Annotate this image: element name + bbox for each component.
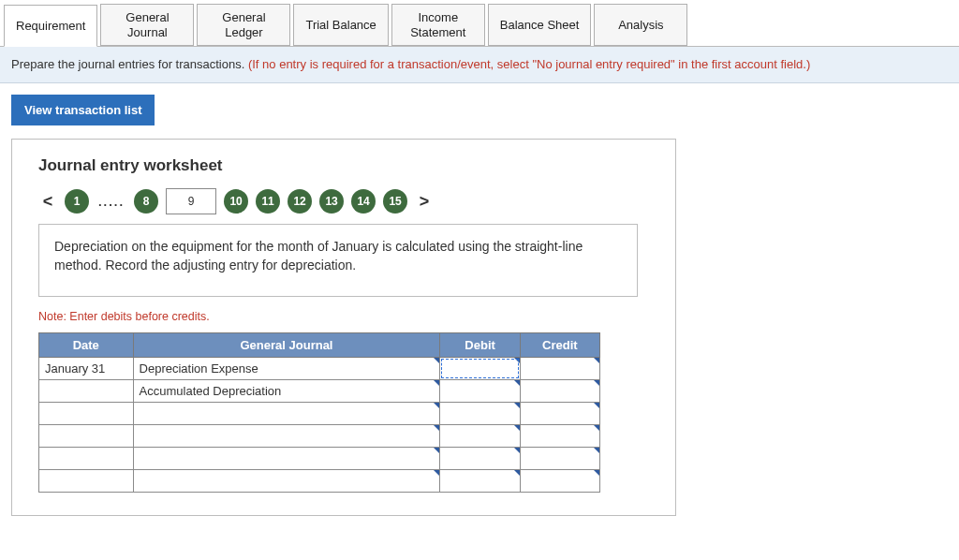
- cell-date[interactable]: [39, 447, 134, 469]
- cell-date[interactable]: [39, 469, 134, 492]
- cell-general-journal[interactable]: Depreciation Expense: [133, 357, 440, 379]
- col-header-debit: Debit: [440, 332, 520, 357]
- dropdown-icon: [514, 403, 520, 408]
- transaction-description: Depreciation on the equipment for the mo…: [38, 224, 638, 296]
- step-12[interactable]: 12: [288, 189, 312, 214]
- step-14[interactable]: 14: [351, 189, 376, 214]
- col-header-general-journal: General Journal: [133, 332, 440, 357]
- dropdown-icon: [594, 358, 599, 363]
- tab-requirement[interactable]: Requirement: [4, 5, 97, 47]
- worksheet-panel: Journal entry worksheet <1.....891011121…: [11, 139, 676, 515]
- dropdown-icon: [594, 425, 599, 431]
- dropdown-icon: [514, 448, 520, 453]
- dropdown-icon: [594, 448, 599, 453]
- cell-debit[interactable]: [440, 402, 520, 424]
- instruction-bar: Prepare the journal entries for transact…: [0, 47, 959, 83]
- instruction-text: Prepare the journal entries for transact…: [11, 57, 248, 71]
- cell-credit[interactable]: [520, 447, 599, 469]
- pager-prev-icon[interactable]: <: [38, 192, 57, 212]
- cell-credit[interactable]: [520, 379, 599, 402]
- cell-date[interactable]: January 31: [39, 357, 134, 379]
- table-row: [39, 424, 600, 447]
- table-row: Accumulated Depreciation: [39, 379, 600, 402]
- dropdown-icon: [594, 470, 599, 476]
- pager-next-icon[interactable]: >: [415, 192, 434, 212]
- cell-general-journal[interactable]: [133, 447, 440, 469]
- step-13[interactable]: 13: [319, 189, 344, 214]
- cell-credit[interactable]: [520, 424, 599, 447]
- cell-credit[interactable]: [520, 469, 599, 492]
- worksheet-title: Journal entry worksheet: [38, 156, 649, 175]
- cell-debit[interactable]: [440, 357, 520, 379]
- dropdown-icon: [434, 380, 439, 386]
- cell-general-journal[interactable]: Accumulated Depreciation: [133, 379, 440, 402]
- step-1[interactable]: 1: [65, 189, 89, 214]
- dropdown-icon: [514, 425, 520, 431]
- table-row: January 31Depreciation Expense: [39, 357, 600, 379]
- dropdown-icon: [514, 358, 520, 363]
- cell-debit[interactable]: [440, 424, 520, 447]
- view-transaction-list-button[interactable]: View transaction list: [11, 95, 155, 125]
- step-pager: <1.....89101112131415>: [38, 188, 649, 214]
- step-15[interactable]: 15: [383, 189, 407, 214]
- dropdown-icon: [434, 448, 439, 453]
- journal-entry-table: Date General Journal Debit Credit Januar…: [38, 332, 600, 493]
- table-row: [39, 469, 600, 492]
- step-11[interactable]: 11: [256, 189, 280, 214]
- cell-general-journal[interactable]: [133, 469, 440, 492]
- cell-general-journal[interactable]: [133, 424, 440, 447]
- tab-analysis[interactable]: Analysis: [594, 4, 687, 46]
- col-header-credit: Credit: [520, 332, 599, 357]
- dropdown-icon: [434, 403, 439, 408]
- tab-trial-balance[interactable]: Trial Balance: [293, 4, 388, 46]
- cell-debit[interactable]: [440, 469, 520, 492]
- cell-date[interactable]: [39, 379, 134, 402]
- step-10[interactable]: 10: [224, 189, 248, 214]
- table-row: [39, 447, 600, 469]
- dropdown-icon: [514, 470, 520, 476]
- pager-ellipsis: .....: [96, 195, 126, 209]
- cell-debit[interactable]: [440, 447, 520, 469]
- dropdown-icon: [434, 358, 439, 363]
- dropdown-icon: [434, 425, 439, 431]
- step-9[interactable]: 9: [166, 188, 216, 214]
- cell-general-journal[interactable]: [133, 402, 440, 424]
- cell-debit[interactable]: [440, 379, 520, 402]
- tab-general-journal[interactable]: GeneralJournal: [100, 4, 194, 46]
- dropdown-icon: [514, 380, 520, 386]
- cell-date[interactable]: [39, 424, 134, 447]
- cell-credit[interactable]: [520, 402, 599, 424]
- tab-balance-sheet[interactable]: Balance Sheet: [488, 4, 592, 46]
- dropdown-icon: [594, 380, 599, 386]
- table-row: [39, 402, 600, 424]
- cell-credit[interactable]: [520, 357, 599, 379]
- cell-date[interactable]: [39, 402, 134, 424]
- step-8[interactable]: 8: [134, 189, 158, 214]
- instruction-hint: (If no entry is required for a transacti…: [248, 57, 810, 71]
- dropdown-icon: [594, 403, 599, 408]
- tab-general-ledger[interactable]: GeneralLedger: [197, 4, 290, 46]
- tab-income-statement[interactable]: IncomeStatement: [391, 4, 485, 46]
- dropdown-icon: [434, 470, 439, 476]
- tab-bar: RequirementGeneralJournalGeneralLedgerTr…: [0, 0, 959, 47]
- col-header-date: Date: [39, 332, 134, 357]
- debits-before-credits-note: Note: Enter debits before credits.: [38, 310, 649, 323]
